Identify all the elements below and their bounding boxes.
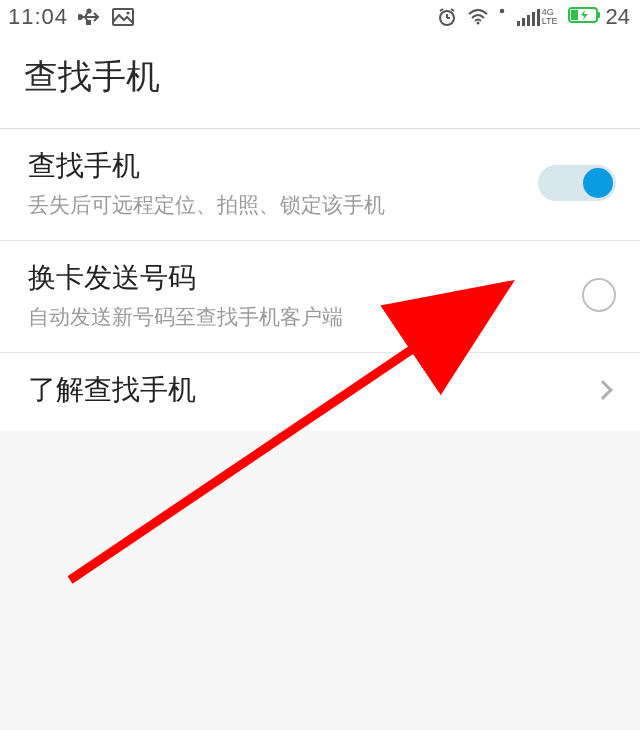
status-bar: 11:04 <box>0 0 640 34</box>
wifi-icon <box>467 8 489 26</box>
setting-subtitle: 丢失后可远程定位、拍照、锁定该手机 <box>28 191 538 218</box>
page-header: 查找手机 <box>0 34 640 129</box>
status-left: 11:04 <box>8 4 144 30</box>
sim-send-radio[interactable] <box>582 278 616 312</box>
setting-control <box>538 165 616 201</box>
setting-sim-send-number[interactable]: 换卡发送号码 自动发送新号码至查找手机客户端 <box>0 241 640 353</box>
settings-list: 查找手机 丢失后可远程定位、拍照、锁定该手机 换卡发送号码 自动发送新号码至查找… <box>0 129 640 431</box>
status-right: 4GLTE 24 <box>427 4 630 30</box>
toggle-knob <box>583 168 613 198</box>
setting-text: 换卡发送号码 自动发送新号码至查找手机客户端 <box>28 259 582 330</box>
svg-rect-16 <box>597 12 600 18</box>
svg-point-14 <box>499 9 504 14</box>
svg-line-11 <box>440 9 443 11</box>
svg-point-7 <box>126 11 129 14</box>
page-title: 查找手机 <box>24 54 616 100</box>
setting-text: 查找手机 丢失后可远程定位、拍照、锁定该手机 <box>28 147 538 218</box>
setting-find-phone[interactable]: 查找手机 丢失后可远程定位、拍照、锁定该手机 <box>0 129 640 241</box>
signal-icon <box>515 8 540 26</box>
setting-control <box>582 278 616 312</box>
svg-point-5 <box>78 15 82 19</box>
svg-rect-4 <box>87 21 90 24</box>
setting-control <box>596 383 616 397</box>
setting-title: 查找手机 <box>28 147 538 185</box>
find-phone-toggle[interactable] <box>538 165 616 201</box>
svg-line-12 <box>451 9 454 11</box>
picture-icon <box>112 8 134 26</box>
setting-subtitle: 自动发送新号码至查找手机客户端 <box>28 303 582 330</box>
status-time: 11:04 <box>8 4 68 30</box>
alarm-icon <box>437 7 457 27</box>
dot-icon <box>499 8 505 26</box>
battery-icon <box>568 4 602 30</box>
battery-percent: 24 <box>606 4 630 30</box>
lte-indicator: 4GLTE <box>542 8 558 26</box>
chevron-right-icon <box>593 380 613 400</box>
svg-marker-18 <box>581 10 588 20</box>
svg-point-2 <box>87 9 90 12</box>
setting-text: 了解查找手机 <box>28 371 596 409</box>
svg-rect-17 <box>571 10 578 20</box>
setting-title: 换卡发送号码 <box>28 259 582 297</box>
setting-about-find-phone[interactable]: 了解查找手机 <box>0 353 640 431</box>
usb-icon <box>78 8 102 26</box>
setting-title: 了解查找手机 <box>28 371 596 409</box>
svg-point-13 <box>476 22 479 25</box>
